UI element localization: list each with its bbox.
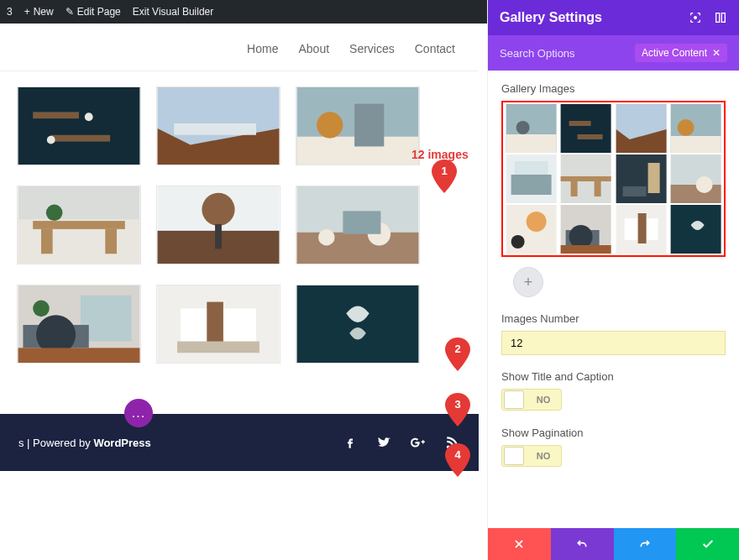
thumb[interactable] xyxy=(505,154,558,203)
svg-rect-29 xyxy=(343,211,380,233)
gallery-image[interactable] xyxy=(17,186,141,264)
undo-button[interactable] xyxy=(551,528,614,560)
svg-rect-38 xyxy=(207,302,223,348)
svg-point-13 xyxy=(317,112,343,138)
gallery-image[interactable] xyxy=(296,86,420,165)
show-title-toggle[interactable]: NO xyxy=(501,389,562,411)
gallery-image[interactable] xyxy=(156,186,280,264)
twitter-icon[interactable] xyxy=(376,435,391,450)
edit-page-button[interactable]: ✎Edit Page xyxy=(66,6,121,18)
svg-rect-2 xyxy=(18,87,140,165)
columns-icon[interactable] xyxy=(714,11,727,24)
gallery-image[interactable] xyxy=(17,86,141,165)
svg-point-42 xyxy=(694,17,697,19)
svg-rect-26 xyxy=(297,233,419,264)
gallery-image[interactable] xyxy=(156,285,280,364)
panel-actions xyxy=(488,528,739,560)
exit-visual-builder-button[interactable]: Exit Visual Builder xyxy=(133,6,214,18)
svg-point-56 xyxy=(677,119,694,136)
fab-button[interactable]: ... xyxy=(124,399,153,427)
svg-rect-50 xyxy=(578,134,603,139)
thumb[interactable] xyxy=(615,154,668,203)
redo-button[interactable] xyxy=(614,528,677,560)
svg-rect-59 xyxy=(515,161,548,175)
svg-rect-63 xyxy=(595,181,601,196)
thumb[interactable] xyxy=(559,205,612,254)
svg-point-47 xyxy=(516,121,530,134)
thumb[interactable] xyxy=(669,205,722,254)
images-number-label: Images Number xyxy=(501,312,726,325)
svg-rect-49 xyxy=(569,121,591,126)
active-content-tag[interactable]: Active Content✕ xyxy=(635,44,727,62)
comments-count[interactable]: 3 xyxy=(7,6,13,18)
panel-header: Gallery Settings xyxy=(488,0,739,35)
thumb[interactable] xyxy=(505,205,558,254)
annotation-pin-2: 2 xyxy=(445,338,470,371)
page-gallery xyxy=(0,71,479,364)
site-footer: s | Powered by WordPress ... xyxy=(0,414,479,471)
close-icon[interactable]: ✕ xyxy=(712,47,721,59)
page-main: Home About Services Contact 12 images s … xyxy=(0,24,479,471)
thumb[interactable] xyxy=(669,154,722,203)
panel-subheader: Search Options Active Content✕ xyxy=(488,35,739,71)
svg-point-6 xyxy=(85,113,93,121)
images-number-input[interactable] xyxy=(501,331,726,355)
svg-rect-55 xyxy=(670,136,721,153)
svg-rect-61 xyxy=(561,176,611,181)
svg-point-20 xyxy=(46,205,63,222)
pencil-icon: ✎ xyxy=(66,6,74,18)
svg-point-69 xyxy=(695,176,712,193)
nav-contact[interactable]: Contact xyxy=(415,42,455,55)
svg-point-34 xyxy=(33,301,50,317)
svg-rect-17 xyxy=(33,221,125,229)
thumb[interactable] xyxy=(559,154,612,203)
svg-rect-10 xyxy=(174,123,256,135)
focus-icon[interactable] xyxy=(689,11,702,24)
thumb[interactable] xyxy=(615,205,668,254)
panel-title: Gallery Settings xyxy=(500,10,689,25)
gallery-image[interactable] xyxy=(17,285,141,364)
thumb[interactable] xyxy=(669,104,722,153)
thumb[interactable] xyxy=(505,104,558,153)
svg-point-71 xyxy=(527,212,547,232)
gallery-image[interactable] xyxy=(296,186,420,264)
nav-services[interactable]: Services xyxy=(349,42,395,55)
nav-about[interactable]: About xyxy=(298,42,329,55)
svg-rect-39 xyxy=(177,342,259,353)
svg-point-75 xyxy=(569,225,593,249)
cancel-button[interactable] xyxy=(488,528,551,560)
gallery-thumbnails xyxy=(501,101,726,257)
show-pagination-toggle[interactable]: NO xyxy=(501,445,562,467)
svg-rect-3 xyxy=(33,112,79,118)
svg-rect-40 xyxy=(297,285,419,363)
svg-point-72 xyxy=(511,235,525,249)
main-nav: Home About Services Contact xyxy=(0,24,479,71)
annotation-pin-1: 1 xyxy=(432,160,457,193)
svg-rect-44 xyxy=(721,13,725,23)
nav-home[interactable]: Home xyxy=(247,42,278,55)
thumb[interactable] xyxy=(615,104,668,153)
googleplus-icon[interactable] xyxy=(410,435,427,450)
search-options[interactable]: Search Options xyxy=(500,47,575,60)
thumb[interactable] xyxy=(559,104,612,153)
gallery-image[interactable] xyxy=(296,285,420,364)
gallery-image[interactable] xyxy=(156,86,280,165)
footer-text: s | Powered by WordPress xyxy=(18,437,151,449)
annotation-pin-3: 3 xyxy=(445,393,470,427)
save-button[interactable] xyxy=(676,528,739,560)
svg-rect-76 xyxy=(561,245,611,254)
svg-rect-46 xyxy=(506,134,557,153)
gallery-images-label: Gallery Images xyxy=(501,82,726,95)
show-pagination-label: Show Pagination xyxy=(501,427,726,439)
svg-rect-24 xyxy=(215,224,222,249)
svg-rect-58 xyxy=(511,175,552,195)
svg-point-27 xyxy=(318,229,335,246)
settings-panel: Gallery Settings Search Options Active C… xyxy=(487,0,739,560)
svg-rect-19 xyxy=(105,229,117,254)
add-image-button[interactable]: + xyxy=(513,267,543,297)
svg-rect-65 xyxy=(647,163,659,193)
plus-icon: + xyxy=(24,6,30,18)
svg-rect-14 xyxy=(354,104,384,147)
new-button[interactable]: +New xyxy=(24,6,54,18)
facebook-icon[interactable] xyxy=(343,435,358,450)
